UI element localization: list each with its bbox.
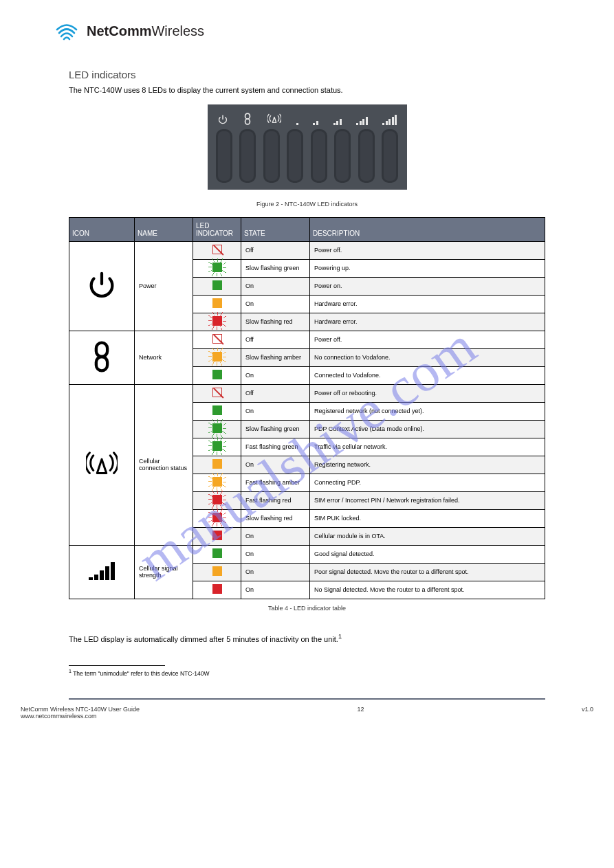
led-state: On: [241, 545, 310, 563]
led-indicator: [193, 259, 241, 277]
link-icon: [243, 113, 252, 125]
th-name: NAME: [135, 217, 193, 241]
led-description: SIM PUK locked.: [310, 509, 545, 527]
led-description: Power off.: [310, 331, 545, 348]
led-indicator: [193, 545, 241, 563]
brand-text: NetCommWireless: [87, 23, 204, 39]
led-indicator: [193, 491, 241, 509]
brand-logo: NetCommWireless: [55, 21, 545, 41]
led-description: PDP Context Active (Data mode online).: [310, 420, 545, 438]
signal-2-icon: [313, 121, 318, 125]
led-state: On: [241, 456, 310, 474]
row-name: Cellular signal strength: [135, 545, 193, 599]
led-description: SIM error / Incorrect PIN / Network regi…: [310, 491, 545, 509]
led-description: Good signal detected.: [310, 545, 545, 563]
led-state: On: [241, 295, 310, 313]
th-icon: ICON: [69, 217, 135, 241]
device-led-panel: [208, 104, 407, 190]
led-state: On: [241, 581, 310, 599]
led-description: Hardware error.: [310, 295, 545, 313]
footnote: 1 The term "unimodule" refer to this dev…: [69, 669, 545, 678]
led-state: Fast flashing green: [241, 438, 310, 456]
led-state: On: [241, 527, 310, 545]
led-indicator: [193, 509, 241, 527]
led-indicator: [193, 277, 241, 295]
antenna-row-icon: [69, 384, 135, 545]
led-description: Hardware error.: [310, 313, 545, 331]
led-description: Power on.: [310, 277, 545, 295]
led-indicator: [193, 402, 241, 420]
antenna-icon: [267, 113, 281, 125]
led-indicator: [193, 241, 241, 259]
led-state: Slow flashing amber: [241, 348, 310, 366]
led-indicator: [193, 581, 241, 599]
led-description: Poor signal detected. Move the router to…: [310, 563, 545, 581]
svg-rect-2: [96, 343, 107, 357]
led-indicator: [193, 527, 241, 545]
svg-rect-0: [245, 113, 250, 119]
page-footer: NetComm Wireless NTC-140W User Guide www…: [21, 703, 593, 720]
wifi-arc-icon: [55, 21, 78, 41]
power-row-icon: [69, 241, 135, 331]
led-state: On: [241, 277, 310, 295]
row-name: Network: [135, 331, 193, 384]
th-desc: DESCRIPTION: [310, 217, 545, 241]
led-indicator: [193, 420, 241, 438]
footer-url: www.netcommwireless.com: [21, 713, 140, 720]
led-state: Fast flashing amber: [241, 474, 310, 491]
table-caption: Table 4 - LED indicator table: [69, 605, 545, 612]
footnote-rule: [69, 665, 165, 666]
led-description: Registered network (not connected yet).: [310, 402, 545, 420]
th-state: STATE: [241, 217, 310, 241]
led-state: Slow flashing green: [241, 259, 310, 277]
signal-1-icon: [296, 123, 298, 125]
led-description: No connection to Vodafone.: [310, 348, 545, 366]
svg-rect-1: [245, 119, 250, 124]
led-state: Off: [241, 241, 310, 259]
led-state: On: [241, 366, 310, 384]
th-indicator: LED INDICATOR: [193, 217, 241, 241]
led-indicator: [193, 563, 241, 581]
signal-5-icon: [382, 115, 397, 125]
led-indicator: [193, 438, 241, 456]
footer-page-number: 12: [358, 706, 364, 720]
led-description: Power off.: [310, 241, 545, 259]
led-indicator: [193, 313, 241, 331]
power-icon: [217, 114, 228, 125]
figure-caption: Figure 2 - NTC-140W LED indicators: [69, 201, 545, 208]
led-indicator: [193, 474, 241, 491]
led-state: Off: [241, 384, 310, 402]
footer-rule: [69, 698, 545, 700]
led-state: Slow flashing red: [241, 509, 310, 527]
section-title: LED indicators: [69, 69, 545, 80]
led-indicator: [193, 348, 241, 366]
led-state: On: [241, 402, 310, 420]
led-indicator: [193, 456, 241, 474]
led-state: Fast flashing red: [241, 491, 310, 509]
svg-rect-3: [96, 357, 107, 370]
led-description: Cellular module is in OTA.: [310, 527, 545, 545]
led-indicator: [193, 366, 241, 384]
led-description: No Signal detected. Move the router to a…: [310, 581, 545, 599]
led-table: ICON NAME LED INDICATOR STATE DESCRIPTIO…: [69, 217, 545, 599]
note-text: The LED display is automatically dimmed …: [69, 632, 545, 645]
signal-3-icon: [333, 119, 342, 125]
signal-4-icon: [356, 117, 368, 125]
network-row-icon: [69, 331, 135, 384]
row-name: Cellular connection status: [135, 384, 193, 545]
led-description: Powering up.: [310, 259, 545, 277]
footer-version: v1.0: [582, 706, 593, 720]
led-description: Connected to Vodafone.: [310, 366, 545, 384]
led-description: Registering network.: [310, 456, 545, 474]
intro-text: The NTC-140W uses 8 LEDs to display the …: [69, 85, 545, 96]
led-indicator: [193, 331, 241, 348]
led-state: Slow flashing red: [241, 313, 310, 331]
led-state: Slow flashing green: [241, 420, 310, 438]
footer-doc-title: NetComm Wireless NTC-140W User Guide: [21, 706, 140, 713]
led-description: Connecting PDP.: [310, 474, 545, 491]
led-description: Traffic via cellular network.: [310, 438, 545, 456]
led-indicator: [193, 295, 241, 313]
led-state: Off: [241, 331, 310, 348]
signal-row-icon: [69, 545, 135, 599]
led-state: On: [241, 563, 310, 581]
